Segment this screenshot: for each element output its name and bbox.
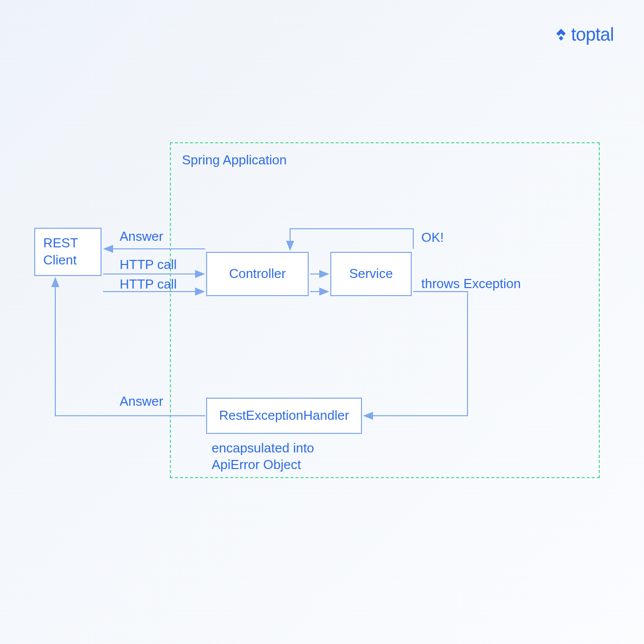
edge-label-answer-top: Answer bbox=[120, 229, 163, 244]
edge-label-answer-bottom: Answer bbox=[120, 394, 163, 409]
rest-client-text: REST Client bbox=[43, 235, 93, 269]
encapsulated-label-line1: encapsulated into bbox=[212, 440, 314, 456]
edge-label-http-call-1: HTTP call bbox=[120, 257, 177, 272]
service-box: Service bbox=[330, 252, 412, 296]
rest-exception-handler-box: RestExceptionHandler bbox=[206, 398, 362, 434]
edge-label-http-call-2: HTTP call bbox=[120, 277, 177, 292]
handler-text: RestExceptionHandler bbox=[219, 407, 349, 424]
controller-text: Controller bbox=[229, 265, 286, 283]
edge-label-ok: OK! bbox=[421, 230, 444, 245]
spring-application-label: Spring Application bbox=[182, 152, 287, 168]
controller-box: Controller bbox=[206, 252, 309, 296]
rest-client-box: REST Client bbox=[34, 228, 102, 276]
encapsulated-label-line2: ApiError Object bbox=[212, 457, 301, 473]
edge-label-throws-exception: throws Exception bbox=[421, 276, 521, 292]
service-text: Service bbox=[349, 265, 393, 283]
architecture-diagram: Spring Application REST Client Controlle… bbox=[0, 0, 644, 644]
